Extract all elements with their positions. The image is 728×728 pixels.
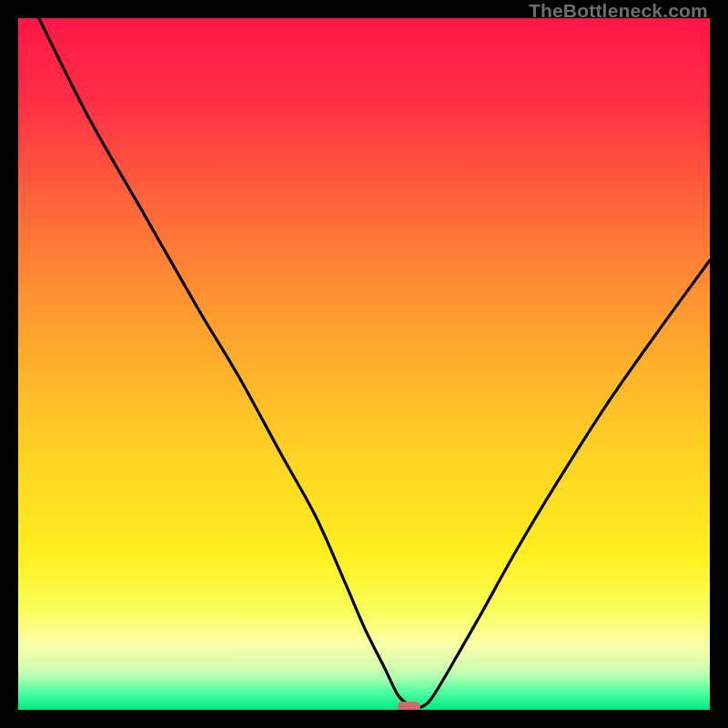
chart-frame: TheBottleneck.com [0, 0, 728, 728]
plot-area [18, 18, 710, 710]
bottleneck-curve [18, 18, 710, 710]
optimal-marker [398, 702, 420, 710]
